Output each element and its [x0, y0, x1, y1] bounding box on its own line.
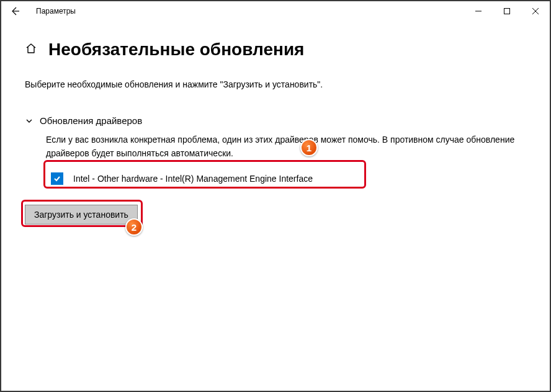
- update-checkbox[interactable]: [51, 172, 63, 185]
- checkmark-icon: [53, 174, 61, 183]
- close-button[interactable]: [521, 1, 550, 21]
- maximize-button[interactable]: [493, 1, 521, 21]
- download-install-button[interactable]: Загрузить и установить: [25, 205, 138, 225]
- update-item[interactable]: Intel - Other hardware - Intel(R) Manage…: [46, 166, 320, 191]
- svg-rect-0: [504, 9, 510, 14]
- instruction-text: Выберите необходимые обновления и нажмит…: [25, 79, 526, 89]
- back-button[interactable]: [5, 1, 25, 21]
- content-area: Необязательные обновления Выберите необх…: [1, 21, 550, 225]
- page-title: Необязательные обновления: [48, 40, 304, 60]
- window-controls: [464, 1, 550, 21]
- app-title: Параметры: [36, 7, 76, 16]
- section-driver-updates[interactable]: Обновления драйверов: [25, 115, 526, 126]
- titlebar: Параметры: [1, 1, 550, 21]
- section-description: Если у вас возникла конкретная проблема,…: [46, 133, 526, 160]
- update-label: Intel - Other hardware - Intel(R) Manage…: [73, 174, 313, 184]
- page-header: Необязательные обновления: [25, 40, 526, 60]
- chevron-down-icon: [25, 117, 34, 125]
- arrow-left-icon: [10, 6, 20, 16]
- maximize-icon: [504, 8, 510, 14]
- home-icon[interactable]: [25, 42, 37, 57]
- section-title: Обновления драйверов: [40, 115, 142, 126]
- minimize-button[interactable]: [464, 1, 493, 21]
- close-icon: [532, 8, 539, 14]
- minimize-icon: [475, 8, 482, 14]
